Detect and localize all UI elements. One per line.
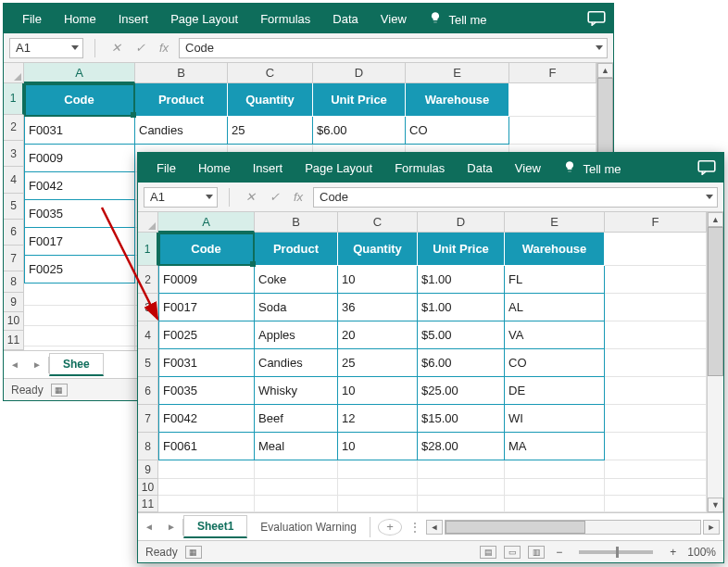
tab-nav-prev[interactable]: ◄ — [138, 522, 160, 532]
formula-input[interactable]: Code — [179, 38, 608, 58]
name-box[interactable]: A1 — [144, 187, 218, 208]
header-warehouse[interactable]: Warehouse — [406, 83, 509, 117]
header-product[interactable]: Product — [255, 233, 338, 266]
cell[interactable] — [338, 460, 418, 479]
cell[interactable]: WI — [505, 405, 605, 433]
header-quantity[interactable]: Quantity — [228, 83, 313, 117]
cell[interactable] — [255, 460, 338, 479]
horizontal-scrollbar[interactable]: ◄ ► — [426, 520, 723, 535]
cell[interactable] — [338, 496, 418, 512]
cells-area[interactable]: Code Product Quantity Unit Price Warehou… — [158, 233, 707, 512]
cell[interactable] — [255, 479, 338, 496]
col-header-f[interactable]: F — [605, 212, 707, 233]
cell[interactable]: FL — [505, 266, 605, 294]
row-header[interactable]: 4 — [138, 321, 158, 349]
col-header-c[interactable]: C — [228, 63, 313, 83]
cell[interactable]: VA — [505, 321, 605, 349]
header-unit-price[interactable]: Unit Price — [418, 233, 505, 266]
header-product[interactable]: Product — [135, 83, 228, 117]
cell[interactable]: $6.00 — [313, 117, 406, 145]
menu-formulas[interactable]: Formulas — [383, 156, 456, 181]
cell[interactable]: F0035 — [24, 200, 135, 228]
cell[interactable]: 20 — [338, 321, 418, 349]
row-header[interactable]: 5 — [138, 349, 158, 377]
cell[interactable]: $5.00 — [418, 321, 505, 349]
row-header[interactable]: 6 — [138, 377, 158, 405]
row-header[interactable]: 1 — [138, 233, 158, 266]
cell[interactable]: F0017 — [158, 294, 255, 321]
cell[interactable]: $15.00 — [418, 405, 505, 433]
cell[interactable] — [505, 460, 605, 479]
cell[interactable]: Candies — [255, 349, 338, 377]
row-header[interactable]: 2 — [138, 266, 158, 294]
menu-view[interactable]: View — [504, 156, 552, 181]
cell[interactable] — [605, 377, 707, 405]
cell[interactable]: DE — [505, 377, 605, 405]
cell[interactable]: F0031 — [24, 117, 135, 145]
cell[interactable]: CO — [406, 117, 509, 145]
tell-me[interactable]: Tell me — [552, 155, 633, 182]
cell[interactable]: MA — [505, 433, 605, 460]
cell[interactable] — [605, 460, 707, 479]
scroll-right-button[interactable]: ► — [703, 520, 720, 535]
cell[interactable]: 10 — [338, 377, 418, 405]
cell[interactable]: Apples — [255, 321, 338, 349]
menu-page-layout[interactable]: Page Layout — [159, 6, 249, 32]
cell[interactable]: 10 — [338, 433, 418, 460]
cell[interactable] — [24, 306, 135, 326]
cell[interactable]: 25 — [228, 117, 313, 145]
macro-record-icon[interactable]: ▦ — [185, 546, 202, 559]
macro-record-icon[interactable]: ▦ — [51, 384, 68, 397]
col-header-a[interactable]: A — [24, 63, 135, 83]
fx-button[interactable]: fx — [289, 190, 308, 204]
col-header-d[interactable]: D — [418, 212, 505, 233]
cell[interactable] — [24, 346, 135, 350]
row-header[interactable]: 7 — [138, 405, 158, 433]
row-header[interactable]: 11 — [4, 331, 24, 350]
col-header-c[interactable]: C — [338, 212, 418, 233]
cell[interactable]: F0061 — [158, 433, 255, 460]
cell[interactable] — [605, 294, 707, 321]
cell[interactable] — [509, 83, 596, 117]
tab-nav-next[interactable]: ► — [26, 359, 48, 370]
tab-nav-next[interactable]: ► — [160, 522, 182, 532]
row-header[interactable]: 11 — [138, 496, 158, 512]
cell[interactable] — [605, 479, 707, 496]
scroll-thumb[interactable] — [708, 227, 723, 376]
sheet-tab-sheet1[interactable]: Sheet1 — [183, 515, 247, 538]
row-header[interactable]: 6 — [4, 220, 24, 246]
cell[interactable]: F0025 — [24, 256, 135, 284]
row-header[interactable]: 8 — [4, 271, 24, 293]
cell[interactable] — [255, 496, 338, 512]
cell[interactable] — [158, 479, 255, 496]
cell[interactable]: Beef — [255, 405, 338, 433]
cell[interactable] — [418, 479, 505, 496]
tell-me[interactable]: Tell me — [418, 6, 498, 32]
cell[interactable] — [158, 496, 255, 512]
cell[interactable]: F0042 — [158, 405, 255, 433]
menu-file[interactable]: File — [145, 156, 187, 181]
cell[interactable] — [605, 233, 707, 266]
header-code[interactable]: Code — [158, 233, 255, 266]
cell[interactable]: Candies — [135, 117, 228, 145]
cell[interactable]: 36 — [338, 294, 418, 321]
comments-icon[interactable] — [697, 160, 716, 175]
cell[interactable]: $25.00 — [418, 377, 505, 405]
menu-home[interactable]: Home — [187, 156, 242, 181]
cell[interactable]: $1.00 — [418, 266, 505, 294]
enter-formula-button[interactable]: ✓ — [131, 41, 149, 55]
row-header[interactable]: 7 — [4, 246, 24, 271]
view-page-break-icon[interactable]: ▥ — [528, 546, 545, 559]
row-header[interactable]: 10 — [138, 479, 158, 496]
name-box[interactable]: A1 — [9, 38, 83, 58]
sheet-tab-eval-warning[interactable]: Evaluation Warning — [247, 517, 370, 537]
menu-formulas[interactable]: Formulas — [249, 6, 321, 32]
cell[interactable] — [418, 496, 505, 512]
cell[interactable]: 25 — [338, 349, 418, 377]
cell[interactable]: CO — [505, 349, 605, 377]
cell[interactable] — [158, 460, 255, 479]
sheet-tab-sheet1[interactable]: Shee — [49, 353, 104, 376]
menu-file[interactable]: File — [11, 6, 53, 32]
scroll-up-button[interactable]: ▲ — [708, 212, 723, 227]
cell[interactable]: Meal — [255, 433, 338, 460]
